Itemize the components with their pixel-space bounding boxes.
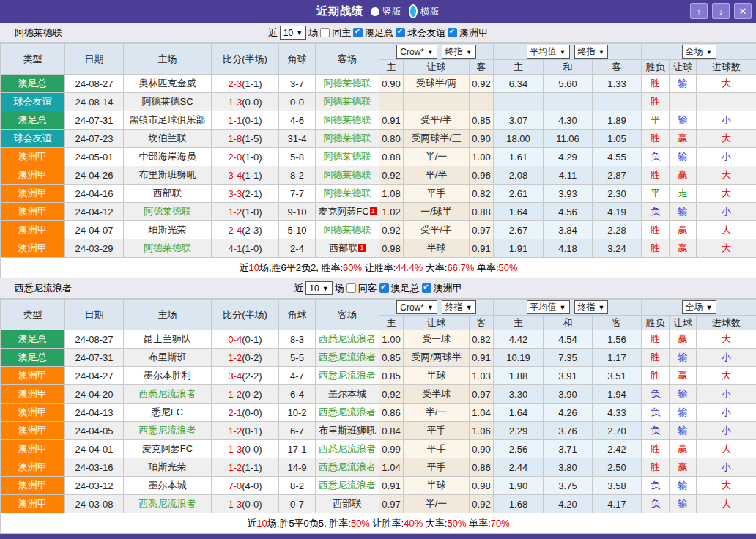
fulltime-score: 3-4	[228, 170, 242, 181]
move-up-button[interactable]: ↑	[690, 3, 708, 19]
recent-count-value: 10	[284, 28, 293, 38]
avg-home-odds: 1.68	[494, 495, 544, 513]
home-team-name: 阿德莱德SC	[141, 96, 193, 107]
avg-stage-select[interactable]: 终指▼	[574, 300, 609, 314]
away-team-name: 阿德莱德联	[324, 151, 371, 162]
handicap-line: 平/半	[404, 166, 470, 185]
subcol-goals-result: 进球数	[697, 316, 756, 330]
result-outcome: 负	[642, 385, 670, 404]
move-down-button[interactable]: ↓	[712, 3, 730, 19]
avg-stage-select[interactable]: 终指▼	[574, 45, 609, 59]
league-checkbox[interactable]	[396, 28, 405, 37]
result-handicap: 输	[670, 495, 697, 513]
corners: 8-2	[279, 166, 316, 185]
layout-radio-vertical[interactable]: 竖版	[371, 5, 401, 18]
result-outcome: 胜	[642, 440, 670, 458]
home-team-name: 悉尼FC	[152, 406, 183, 417]
halftime-score: (1-5)	[242, 133, 262, 144]
summary-segment: 66.7%	[447, 262, 474, 273]
table-row: 澳洲甲24-04-16西部联3-3(2-1)7-7阿德莱德联1.08平手0.82…	[1, 185, 756, 203]
avg-away-odds	[593, 93, 642, 111]
home-team: 西悉尼流浪者	[124, 495, 212, 513]
away-team-name: 西悉尼流浪者	[319, 370, 376, 381]
corners: 0-7	[279, 495, 316, 513]
period-select[interactable]: 全场▼	[682, 300, 716, 314]
avg-away-odds: 2.87	[593, 166, 642, 185]
home-team-name: 布里斯班狮吼	[139, 169, 196, 180]
league-checkbox[interactable]	[448, 28, 457, 37]
col-score: 比分(半场)	[212, 300, 279, 330]
home-team-name: 麦克阿瑟FC	[142, 443, 193, 454]
match-date: 24-04-12	[65, 203, 124, 221]
avg-home-odds: 3.07	[494, 111, 544, 130]
away-team: 墨尔本城	[316, 385, 379, 404]
halftime-score: (2-2)	[242, 371, 262, 382]
home-team-name: 奥林匹克金威	[139, 78, 196, 89]
table-row: 澳洲甲24-04-07珀斯光荣2-4(2-3)5-10阿德莱德联0.92受平/半…	[1, 221, 756, 239]
fulltime-score: 1-1	[228, 115, 242, 126]
league-checkbox[interactable]	[379, 283, 389, 293]
result-outcome: 平	[642, 185, 670, 203]
result-handicap: 赢	[670, 440, 697, 458]
subcol-handicap: 让球	[404, 60, 470, 75]
fulltime-score: 3-4	[228, 371, 242, 382]
avg-draw-odds: 4.18	[544, 239, 593, 258]
recent-count-select[interactable]: 10▼	[280, 26, 306, 40]
home-team-name: 中部海岸海员	[139, 151, 196, 162]
avg-odds-select[interactable]: 平均值▼	[527, 300, 570, 314]
same-venue-checkbox[interactable]	[346, 283, 356, 293]
league-checkbox[interactable]	[353, 28, 363, 37]
home-team-name: 珀斯光荣	[149, 461, 187, 472]
corners: 4-7	[279, 367, 316, 385]
avg-draw-odds: 4.29	[544, 148, 593, 166]
handicap-home-odds: 0.90	[379, 75, 404, 93]
halftime-score: (1-0)	[242, 243, 262, 254]
matches-table-2: 类型 日期 主场 比分(半场) 角球 客场 Crow*▼ 终指▼ 平均值▼ 终指…	[0, 299, 756, 534]
odds-company-select[interactable]: Crow*▼	[396, 300, 437, 314]
avg-draw-odds: 3.93	[544, 185, 593, 203]
home-team-name: 墨尔本城	[149, 480, 187, 491]
avg-home-odds: 2.29	[494, 422, 544, 440]
avg-home-odds: 2.44	[494, 458, 544, 477]
handicap-away-odds	[470, 93, 494, 111]
home-team-name: 西悉尼流浪者	[139, 498, 196, 509]
match-date: 24-08-27	[65, 75, 124, 93]
league-badge: 澳足总	[1, 330, 65, 349]
score: 7-0(4-0)	[212, 477, 279, 495]
score: 1-3(0-0)	[212, 440, 279, 458]
halftime-score: (0-0)	[242, 407, 262, 418]
league-checkbox-label: 澳足总	[391, 282, 420, 295]
home-team-name: 坎伯兰联	[149, 133, 187, 144]
summary-segment: 单率:	[474, 262, 498, 273]
fulltime-score: 1-2	[228, 207, 242, 218]
result-outcome: 负	[642, 495, 670, 513]
result-handicap	[670, 93, 697, 111]
avg-odds-select[interactable]: 平均值▼	[527, 45, 570, 59]
odds-company-select[interactable]: Crow*▼	[396, 45, 437, 59]
same-venue-checkbox[interactable]	[320, 28, 330, 37]
close-button[interactable]: ✕	[734, 3, 752, 19]
league-checkbox[interactable]	[422, 283, 431, 293]
away-team-name: 阿德莱德联	[324, 187, 371, 198]
avg-away-odds: 2.70	[593, 422, 642, 440]
result-handicap: 走	[670, 185, 697, 203]
result-handicap: 输	[670, 111, 697, 130]
match-date: 24-05-01	[65, 148, 124, 166]
odds-stage-select[interactable]: 终指▼	[442, 45, 476, 59]
table-row: 澳洲甲24-03-12墨尔本城7-0(4-0)8-2西悉尼流浪者0.91半球0.…	[1, 477, 756, 495]
odds-stage-select[interactable]: 终指▼	[442, 300, 476, 314]
corners: 8-3	[279, 330, 316, 349]
corners: 10-2	[279, 404, 316, 422]
filter-recent-label: 近	[268, 26, 278, 40]
period-select[interactable]: 全场▼	[682, 45, 716, 59]
avg-home-odds: 1.88	[494, 367, 544, 385]
corners: 5-8	[279, 148, 316, 166]
filter-recent-label: 近	[294, 282, 303, 295]
handicap-away-odds: 0.90	[470, 440, 494, 458]
score: 4-1(1-0)	[212, 239, 279, 258]
halftime-score: (1-1)	[242, 170, 262, 181]
layout-radio-horizontal[interactable]: 横版	[409, 4, 440, 18]
col-type: 类型	[1, 300, 65, 330]
away-team-name: 西悉尼流浪者	[319, 461, 376, 472]
recent-count-select[interactable]: 10▼	[305, 281, 332, 295]
